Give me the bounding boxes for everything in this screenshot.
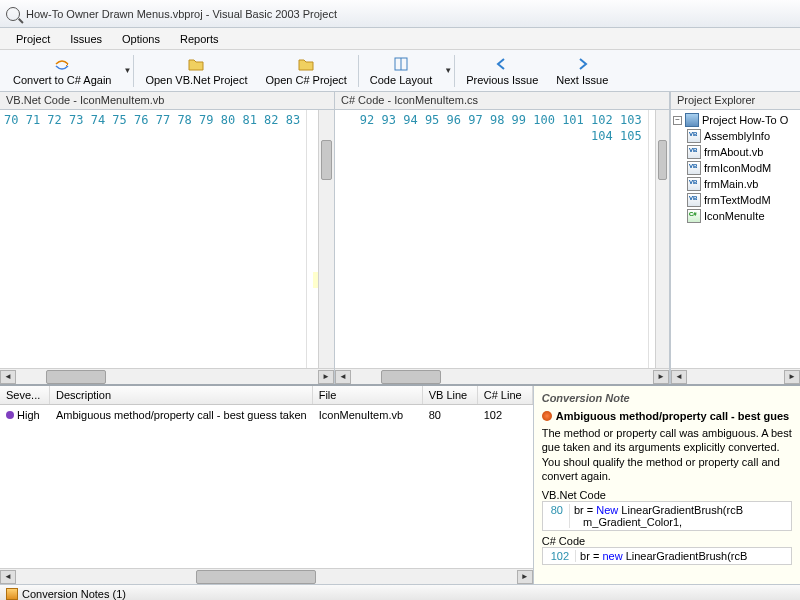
arrow-right-icon: [574, 56, 590, 72]
tree-item[interactable]: frmAbout.vb: [687, 144, 798, 160]
menu-reports[interactable]: Reports: [172, 30, 227, 48]
project-explorer: Project Explorer −Project How-To OAssemb…: [670, 92, 800, 384]
main-area: VB.Net Code - IconMenuItem.vb 70 71 72 7…: [0, 92, 800, 384]
tree-item[interactable]: frmTextModM: [687, 192, 798, 208]
arrow-left-icon: [494, 56, 510, 72]
open-vb-label: Open VB.Net Project: [145, 74, 247, 86]
note-heading: Ambiguous method/property call - best gu…: [542, 410, 792, 422]
open-cs-label: Open C# Project: [265, 74, 346, 86]
scrollbar-horizontal[interactable]: ◄►: [671, 368, 800, 384]
vb-code-pane: VB.Net Code - IconMenuItem.vb 70 71 72 7…: [0, 92, 335, 384]
grid-row[interactable]: High Ambiguous method/property call - be…: [0, 405, 533, 425]
tree-item[interactable]: AssemblyInfo: [687, 128, 798, 144]
col-severity[interactable]: Seve...: [0, 386, 50, 404]
conversion-note: Conversion Note Ambiguous method/propert…: [534, 386, 800, 584]
cell-csline: 102: [478, 407, 533, 423]
col-vbline[interactable]: VB Line: [423, 386, 478, 404]
scrollbar-vertical[interactable]: [318, 110, 334, 368]
menu-issues[interactable]: Issues: [62, 30, 110, 48]
status-tab[interactable]: Conversion Notes (1): [22, 588, 126, 600]
cs-gutter: 92 93 94 95 96 97 98 99 100 101 102 103 …: [335, 110, 649, 368]
cell-file: IconMenuItem.vb: [313, 407, 423, 423]
search-icon: [6, 7, 20, 21]
bottom-panel: Seve... Description File VB Line C# Line…: [0, 384, 800, 584]
open-cs-button[interactable]: Open C# Project: [256, 53, 355, 89]
folder-cs-icon: [298, 56, 314, 72]
cs-pane-header: C# Code - IconMenuItem.cs: [335, 92, 669, 110]
vb-pane-header: VB.Net Code - IconMenuItem.vb: [0, 92, 334, 110]
tree-root[interactable]: −Project How-To O: [673, 112, 798, 128]
titlebar: How-To Owner Drawn Menus.vbproj - Visual…: [0, 0, 800, 28]
explorer-header: Project Explorer: [671, 92, 800, 110]
note-vb-label: VB.Net Code: [542, 489, 792, 501]
col-description[interactable]: Description: [50, 386, 313, 404]
note-cs-label: C# Code: [542, 535, 792, 547]
grid-header: Seve... Description File VB Line C# Line: [0, 386, 533, 405]
cell-severity: High: [0, 407, 50, 423]
folder-vb-icon: [188, 56, 204, 72]
prev-label: Previous Issue: [466, 74, 538, 86]
menubar: Project Issues Options Reports: [0, 28, 800, 50]
note-body: The method or property call was ambiguou…: [542, 426, 792, 483]
prev-issue-button[interactable]: Previous Issue: [457, 53, 547, 89]
menu-project[interactable]: Project: [8, 30, 58, 48]
next-issue-button[interactable]: Next Issue: [547, 53, 617, 89]
cs-code-pane: C# Code - IconMenuItem.cs 92 93 94 95 96…: [335, 92, 670, 384]
tree-item[interactable]: IconMenuIte: [687, 208, 798, 224]
severity-icon: [6, 411, 14, 419]
toolbar: Convert to C# Again ▼ Open VB.Net Projec…: [0, 50, 800, 92]
dropdown-icon[interactable]: ▼: [123, 66, 131, 75]
col-file[interactable]: File: [313, 386, 423, 404]
convert-label: Convert to C# Again: [13, 74, 111, 86]
cell-description: Ambiguous method/property call - best gu…: [50, 407, 313, 423]
dropdown-icon[interactable]: ▼: [444, 66, 452, 75]
next-label: Next Issue: [556, 74, 608, 86]
scrollbar-vertical[interactable]: [655, 110, 669, 368]
tree[interactable]: −Project How-To OAssemblyInfofrmAbout.vb…: [671, 110, 800, 368]
scrollbar-horizontal[interactable]: ◄►: [335, 368, 669, 384]
issues-grid: Seve... Description File VB Line C# Line…: [0, 386, 534, 584]
layout-button[interactable]: Code Layout: [361, 53, 441, 89]
note-vb-code: 80br = New LinearGradientBrush(rcB m_Gra…: [542, 501, 792, 531]
vb-gutter: 70 71 72 73 74 75 76 77 78 79 80 81 82 8…: [0, 110, 307, 368]
tree-item[interactable]: frmMain.vb: [687, 176, 798, 192]
cell-vbline: 80: [423, 407, 478, 423]
open-vb-button[interactable]: Open VB.Net Project: [136, 53, 256, 89]
col-csline[interactable]: C# Line: [478, 386, 533, 404]
statusbar: Conversion Notes (1): [0, 584, 800, 600]
convert-button[interactable]: Convert to C# Again: [4, 53, 120, 89]
notes-icon: [6, 588, 18, 600]
window-title: How-To Owner Drawn Menus.vbproj - Visual…: [26, 8, 337, 20]
layout-icon: [393, 56, 409, 72]
scrollbar-horizontal[interactable]: ◄►: [0, 568, 533, 584]
warning-icon: [542, 411, 552, 421]
vb-code[interactable]: e.Graphics.DrawIcon(m_Ico End If Dim rcB…: [307, 110, 318, 368]
note-title: Conversion Note: [542, 392, 792, 404]
menu-options[interactable]: Options: [114, 30, 168, 48]
scrollbar-horizontal[interactable]: ◄►: [0, 368, 334, 384]
layout-label: Code Layout: [370, 74, 432, 86]
tree-item[interactable]: frmIconModM: [687, 160, 798, 176]
note-cs-code: 102br = new LinearGradientBrush(rcB: [542, 547, 792, 565]
convert-icon: [54, 56, 70, 72]
